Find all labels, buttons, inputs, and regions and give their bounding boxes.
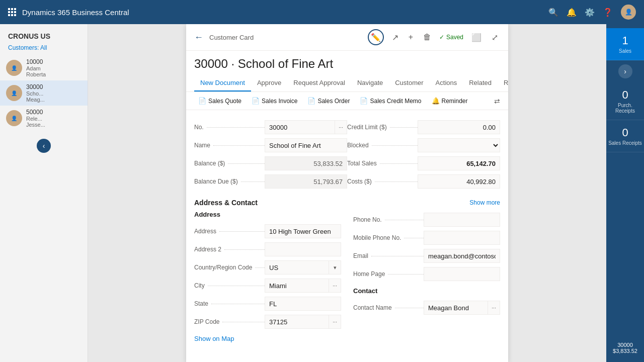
state-label: State xyxy=(194,300,265,307)
grid-icon[interactable] xyxy=(8,8,16,16)
edit-button[interactable]: ✏️ xyxy=(368,29,384,45)
customer-card: ← Customer Card ✏️ ↗ + 🗑 ✓ Saved ⬜ ⤢ 300… xyxy=(186,24,508,362)
sidebar-name-2: 50000 xyxy=(26,109,45,116)
sidebar-item-1[interactable]: 👤 30000 Scho... Meag... xyxy=(0,80,88,106)
state-input[interactable] xyxy=(265,297,341,311)
zip-input[interactable] xyxy=(265,315,329,329)
field-costs: Costs ($) xyxy=(347,172,500,191)
field-city: City ··· xyxy=(194,277,341,295)
balance-due-label: Balance Due ($) xyxy=(194,178,265,185)
balance-input xyxy=(265,156,347,170)
sales-order-btn[interactable]: 📄 Sales Order xyxy=(303,95,354,107)
address-col-title: Address xyxy=(194,211,341,218)
blocked-select[interactable] xyxy=(418,138,500,152)
phone-input[interactable] xyxy=(424,213,500,227)
nav-icons: 🔍 🔔 ⚙️ ❓ 👤 xyxy=(548,5,636,20)
app-title: Dynamics 365 Business Central xyxy=(22,8,548,17)
bell-icon[interactable]: 🔔 xyxy=(567,8,577,17)
contact-name-label: Contact Name xyxy=(353,304,424,311)
name-input[interactable] xyxy=(265,138,347,152)
reminder-btn[interactable]: 🔔 Reminder xyxy=(428,95,472,107)
sales-order-icon: 📄 xyxy=(307,97,315,105)
email-input[interactable] xyxy=(424,249,500,263)
tab-related[interactable]: Related xyxy=(463,75,498,92)
show-more-link[interactable]: Show more xyxy=(469,199,500,206)
right-panel-sales2[interactable]: 0 Sales Receipts xyxy=(606,120,644,152)
right-panel-id: 30000 xyxy=(608,342,642,348)
country-dropdown-btn[interactable]: ▾ xyxy=(329,260,341,275)
sidebar-prev-btn[interactable]: ‹ xyxy=(37,139,51,153)
tab-customer[interactable]: Customer xyxy=(389,75,429,92)
search-icon[interactable]: 🔍 xyxy=(548,8,558,17)
share-button[interactable]: ↗ xyxy=(390,31,400,44)
delete-button[interactable]: 🗑 xyxy=(421,31,433,44)
sidebar-item-0[interactable]: 👤 10000 Adam Roberta xyxy=(0,55,88,80)
total-sales-input xyxy=(418,156,500,170)
sidebar-sub-1: Scho... xyxy=(26,90,45,97)
help-icon[interactable]: ❓ xyxy=(603,8,613,17)
sidebar: CRONUS US Customers: All 👤 10000 Adam Ro… xyxy=(0,24,88,362)
fullscreen-button[interactable]: ⤢ xyxy=(490,31,500,44)
right-panel: 1 Sales › 0 Purch. Receipts 0 Sales Rece… xyxy=(606,24,644,362)
sidebar-name-0: 10000 xyxy=(26,58,46,65)
sidebar-sub-2: Rele... xyxy=(26,116,45,122)
costs-input xyxy=(418,174,500,189)
action-bar-more[interactable]: ⇄ xyxy=(494,97,500,105)
city-input[interactable] xyxy=(265,279,329,293)
homepage-input[interactable] xyxy=(424,267,500,281)
mobile-input[interactable] xyxy=(424,231,500,245)
field-address: Address xyxy=(194,222,341,240)
form-content: No. ··· Name xyxy=(186,110,508,350)
back-button[interactable]: ← xyxy=(194,32,203,43)
country-input[interactable] xyxy=(265,260,329,275)
add-button[interactable]: + xyxy=(407,31,415,44)
sales-credit-memo-btn[interactable]: 📄 Sales Credit Memo xyxy=(356,95,425,107)
zip-label: ZIP Code xyxy=(194,318,265,325)
sales-invoice-btn[interactable]: 📄 Sales Invoice xyxy=(248,95,301,107)
no-dots-btn[interactable]: ··· xyxy=(335,120,347,134)
city-dots-btn[interactable]: ··· xyxy=(329,279,341,293)
field-mobile: Mobile Phone No. xyxy=(353,229,500,247)
sidebar-filter[interactable]: Customers: All xyxy=(0,42,88,55)
city-label: City xyxy=(194,282,265,289)
contact-name-input[interactable] xyxy=(424,301,488,315)
address-input[interactable] xyxy=(265,224,341,238)
tab-new-document[interactable]: New Document xyxy=(194,75,251,92)
right-panel-sales-label: Sales xyxy=(619,48,631,54)
user-avatar[interactable]: 👤 xyxy=(621,5,636,20)
avatar-2: 👤 xyxy=(6,110,22,126)
contact-dots-btn[interactable]: ··· xyxy=(488,301,500,315)
no-input[interactable] xyxy=(265,120,335,134)
balance-label: Balance ($) xyxy=(194,160,265,167)
main-fields-grid: No. ··· Name xyxy=(194,118,500,191)
tab-reports[interactable]: Reports xyxy=(498,75,508,92)
right-panel-sales-num: 1 xyxy=(622,34,628,47)
settings-icon[interactable]: ⚙️ xyxy=(585,8,595,17)
sidebar-item-2[interactable]: 👤 50000 Rele... Jesse... xyxy=(0,106,88,131)
action-bar: 📄 Sales Quote 📄 Sales Invoice 📄 Sales Or… xyxy=(186,92,508,110)
mobile-label: Mobile Phone No. xyxy=(353,234,424,241)
right-panel-sales[interactable]: 1 Sales xyxy=(606,28,644,60)
no-label: No. xyxy=(194,124,265,131)
email-label: Email xyxy=(353,252,424,259)
right-panel-next-btn[interactable]: › xyxy=(618,64,632,78)
card-title: 30000 · School of Fine Art xyxy=(186,51,508,75)
address2-input[interactable] xyxy=(265,242,341,256)
tab-request-approval[interactable]: Request Approval xyxy=(287,75,351,92)
credit-limit-input[interactable] xyxy=(418,120,500,134)
sales-quote-btn[interactable]: 📄 Sales Quote xyxy=(194,95,246,107)
top-nav: Dynamics 365 Business Central 🔍 🔔 ⚙️ ❓ 👤 xyxy=(0,0,644,24)
field-blocked: Blocked xyxy=(347,136,500,154)
tab-actions[interactable]: Actions xyxy=(430,75,463,92)
field-country: Country/Region Code ▾ xyxy=(194,258,341,277)
show-on-map-link[interactable]: Show on Map xyxy=(194,335,234,342)
content-area: ← Customer Card ✏️ ↗ + 🗑 ✓ Saved ⬜ ⤢ 300… xyxy=(88,24,644,362)
open-window-button[interactable]: ⬜ xyxy=(469,31,484,44)
zip-dots-btn[interactable]: ··· xyxy=(329,315,341,329)
tab-navigate[interactable]: Navigate xyxy=(351,75,389,92)
credit-limit-label: Credit Limit ($) xyxy=(347,124,418,131)
right-panel-purch[interactable]: 0 Purch. Receipts xyxy=(606,82,644,120)
avatar-0: 👤 xyxy=(6,60,22,76)
address-section-title: Address & Contact Show more xyxy=(194,191,500,211)
tab-approve[interactable]: Approve xyxy=(251,75,287,92)
